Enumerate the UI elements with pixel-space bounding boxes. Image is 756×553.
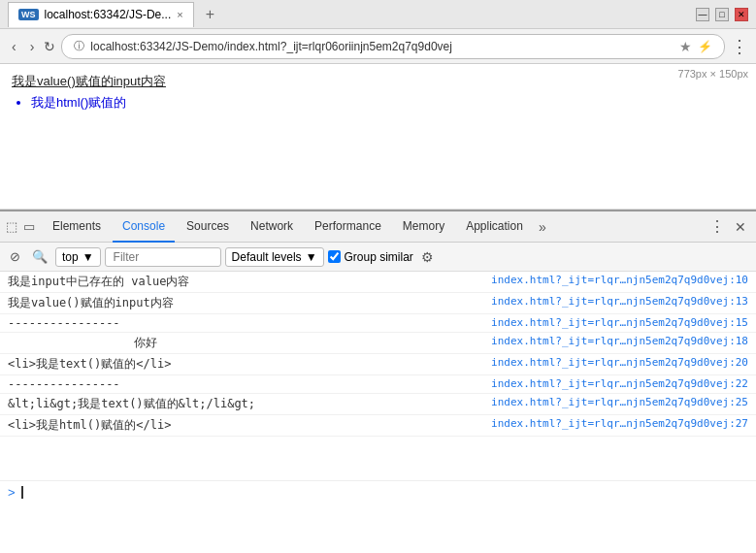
devtools-panel: ⬚ ▭ Elements Console Sources Network Per… (0, 210, 756, 504)
page-content: 773px × 150px 我是value()赋值的input内容 我是html… (0, 64, 756, 210)
tab-elements[interactable]: Elements (43, 211, 111, 243)
context-label: top (62, 250, 79, 264)
console-row: <li>我是text()赋值的</li>index.html?_ijt=rlqr… (0, 354, 756, 375)
console-row: 我是input中已存在的 value内容index.html?_ijt=rlqr… (0, 272, 756, 293)
console-message: ---------------- (8, 377, 491, 391)
close-button[interactable]: ✕ (735, 8, 748, 21)
new-tab-button[interactable]: + (200, 6, 220, 23)
devtools-close-icon[interactable]: ✕ (731, 219, 750, 235)
console-source-link[interactable]: index.html?_ijt=rlqr…njn5em2q7q9d0vej:20 (491, 356, 748, 369)
devtools-tabbar: ⬚ ▭ Elements Console Sources Network Per… (0, 211, 756, 243)
console-source-link[interactable]: index.html?_ijt=rlqr…njn5em2q7q9d0vej:27 (491, 417, 748, 430)
url-bar[interactable]: ⓘ localhost:63342/JS-Demo/index.html?_ij… (61, 34, 725, 59)
console-source-link[interactable]: index.html?_ijt=rlqr…njn5em2q7q9d0vej:10 (491, 274, 748, 286)
console-message: <li>我是html()赋值的</li> (8, 417, 491, 434)
title-bar: WS localhost:63342/JS-De... × + — □ ✕ (0, 0, 756, 29)
devtools-inspect-icon[interactable]: ⬚ (6, 219, 17, 234)
page-size-label: 773px × 150px (678, 68, 748, 80)
console-row: &lt;li&gt;我是text()赋值的&lt;/li&gt;index.ht… (0, 394, 756, 415)
clear-icon: ⊘ (10, 249, 20, 264)
filter-input[interactable] (105, 247, 221, 267)
power-icon[interactable]: ⚡ (698, 40, 712, 53)
tab-application[interactable]: Application (456, 211, 533, 243)
page-line1: 我是value()赋值的input内容 (12, 74, 166, 88)
tab-label: localhost:63342/JS-De... (45, 8, 172, 21)
filter-toggle-button[interactable]: 🔍 (28, 247, 51, 266)
window-controls: — □ ✕ (696, 8, 748, 21)
tab-close-icon[interactable]: × (177, 9, 182, 20)
page-list-item: 我是html()赋值的 (31, 94, 744, 112)
console-source-link[interactable]: index.html?_ijt=rlqr…njn5em2q7q9d0vej:18 (491, 335, 748, 347)
console-message: 我是value()赋值的input内容 (8, 295, 491, 311)
back-button[interactable]: ‹ (8, 37, 20, 56)
console-message: 我是input中已存在的 value内容 (8, 274, 491, 290)
default-levels-label: Default levels (232, 250, 302, 264)
maximize-button[interactable]: □ (715, 8, 729, 21)
console-prompt-icon: > (8, 485, 16, 500)
group-similar-checkbox[interactable]: Group similar (328, 250, 413, 264)
tab-memory[interactable]: Memory (393, 211, 454, 243)
console-row: <li>我是html()赋值的</li>index.html?_ijt=rlqr… (0, 415, 756, 437)
console-message: ---------------- (8, 316, 491, 330)
settings-icon: ⚙ (421, 249, 434, 265)
browser-tab[interactable]: WS localhost:63342/JS-De... × (8, 2, 194, 27)
console-row: 我是value()赋值的input内容index.html?_ijt=rlqr…… (0, 293, 756, 314)
tab-console[interactable]: Console (113, 211, 175, 243)
tab-performance[interactable]: Performance (305, 211, 391, 243)
console-settings-button[interactable]: ⚙ (421, 249, 434, 265)
title-bar-left: WS localhost:63342/JS-De... × + (8, 2, 220, 27)
console-message: &lt;li&gt;我是text()赋值的&lt;/li&gt; (8, 396, 491, 412)
tab-network[interactable]: Network (241, 211, 303, 243)
reload-button[interactable]: ↻ (44, 39, 55, 54)
console-toolbar: ⊘ 🔍 top ▼ Default levels ▼ Group similar… (0, 243, 756, 272)
console-input-row: > (0, 480, 756, 504)
console-output[interactable]: 我是input中已存在的 value内容index.html?_ijt=rlqr… (0, 272, 756, 480)
minimize-button[interactable]: — (696, 8, 709, 21)
console-row: 你好index.html?_ijt=rlqr…njn5em2q7q9d0vej:… (0, 333, 756, 354)
console-message: 你好 (8, 335, 491, 351)
browser-menu-button[interactable]: ⋮ (731, 36, 748, 57)
console-source-link[interactable]: index.html?_ijt=rlqr…njn5em2q7q9d0vej:15 (491, 316, 748, 329)
ws-icon: WS (18, 9, 39, 20)
bookmark-icon[interactable]: ★ (679, 39, 692, 54)
console-source-link[interactable]: index.html?_ijt=rlqr…njn5em2q7q9d0vej:25 (491, 396, 748, 408)
console-message: <li>我是text()赋值的</li> (8, 356, 491, 373)
filter-icon: 🔍 (32, 249, 48, 264)
console-row: ----------------index.html?_ijt=rlqr…njn… (0, 314, 756, 333)
default-levels-select[interactable]: Default levels ▼ (225, 247, 324, 267)
devtools-device-icon[interactable]: ▭ (23, 219, 35, 234)
group-similar-label: Group similar (345, 250, 413, 264)
lock-icon: ⓘ (74, 39, 84, 53)
devtools-menu-icon[interactable]: ⋮ (706, 217, 729, 236)
address-bar: ‹ › ↻ ⓘ localhost:63342/JS-Demo/index.ht… (0, 29, 756, 64)
console-source-link[interactable]: index.html?_ijt=rlqr…njn5em2q7q9d0vej:13 (491, 295, 748, 308)
console-cursor (21, 486, 23, 499)
page-list: 我是html()赋值的 (31, 94, 744, 112)
context-select[interactable]: top ▼ (55, 247, 101, 267)
clear-console-button[interactable]: ⊘ (6, 247, 24, 266)
levels-arrow-icon: ▼ (306, 250, 317, 264)
devtools-more-tabs[interactable]: » (539, 219, 546, 235)
console-row: ----------------index.html?_ijt=rlqr…njn… (0, 375, 756, 394)
url-text: localhost:63342/JS-Demo/index.html?_ijt=… (90, 40, 674, 53)
console-source-link[interactable]: index.html?_ijt=rlqr…njn5em2q7q9d0vej:22 (491, 377, 748, 390)
forward-button[interactable]: › (26, 37, 39, 56)
context-arrow-icon: ▼ (82, 250, 94, 264)
group-similar-check[interactable] (328, 250, 341, 263)
tab-sources[interactable]: Sources (177, 211, 239, 243)
